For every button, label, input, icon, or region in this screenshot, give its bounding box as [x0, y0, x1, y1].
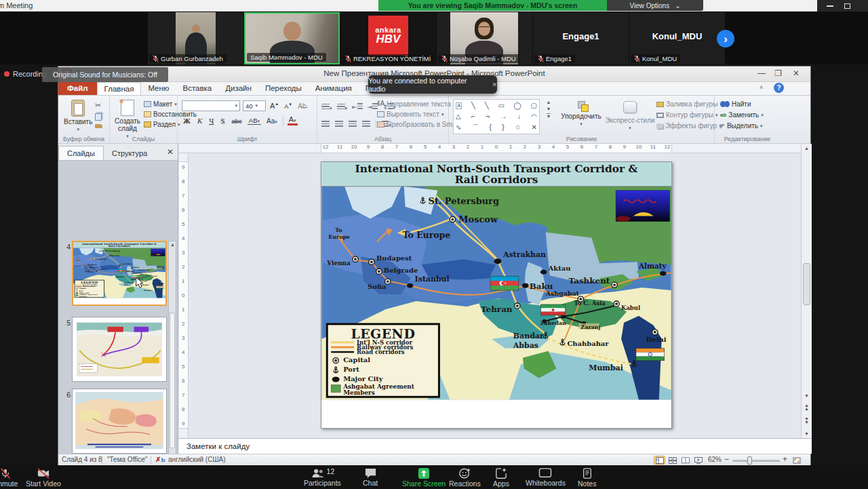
decrease-indent-icon[interactable]: ⇤	[352, 103, 363, 111]
video-tile-rekreasyon[interactable]: ankara HBV REKREASYON YÖNETİMİ	[340, 12, 436, 64]
align-right-icon[interactable]	[349, 121, 357, 127]
character-spacing-button[interactable]: АВ▾	[248, 117, 261, 125]
original-sound-toggle[interactable]: Original Sound for Musicians: Off	[42, 67, 168, 82]
zoom-out-icon[interactable]: −	[724, 454, 729, 464]
restore-icon[interactable]	[844, 3, 850, 9]
slide-canvas[interactable]: St. Petersburg Moscow To Europe To Europ…	[321, 161, 672, 429]
zoom-in-icon[interactable]: +	[783, 454, 787, 464]
increase-indent-icon[interactable]: ⇥	[368, 103, 378, 111]
slide-thumbnail-5[interactable]	[72, 317, 167, 382]
slide-thumbnail-6[interactable]	[72, 389, 167, 454]
video-tile-nusaba[interactable]: Nüşabə Qədimli - MDU	[437, 12, 532, 64]
view-options-button[interactable]: View Options ⌄	[607, 0, 703, 11]
next-slide-button[interactable]: ▼▼	[802, 418, 812, 425]
shapes-more-icon[interactable]: ▼	[547, 113, 551, 119]
shape-effects-button[interactable]: Эффекты фигур▾	[656, 122, 722, 130]
language-indicator[interactable]: английский (США)	[168, 456, 226, 463]
scroll-up-icon[interactable]: ▲	[802, 146, 812, 151]
shapes-gallery[interactable]: A╲╲▭◯▢ △⌐¬→↓◠ ∿⌒{}☆✕	[453, 99, 540, 134]
numbering-icon[interactable]: ▾	[337, 100, 348, 113]
previous-slide-button[interactable]: ▲▲	[802, 404, 812, 411]
ppt-close-button[interactable]: ✕	[793, 69, 800, 77]
next-participants-button[interactable]: ›	[717, 30, 734, 47]
normal-view-button[interactable]	[654, 456, 665, 465]
tab-animations[interactable]: Анимация	[309, 82, 359, 95]
font-color-button[interactable]: А▾	[288, 116, 298, 125]
tab-menu[interactable]: Меню	[141, 82, 176, 95]
zoom-slider[interactable]	[732, 460, 780, 462]
bullets-icon[interactable]: ▾	[321, 100, 332, 113]
cut-icon[interactable]: ✂	[95, 101, 102, 110]
minimize-icon[interactable]	[827, 5, 833, 7]
text-shadow-button[interactable]: S	[219, 117, 226, 125]
panel-tab-slides[interactable]: Слайды	[58, 146, 104, 160]
grow-font-icon[interactable]: A▲	[269, 102, 280, 110]
slide-sorter-view-button[interactable]	[667, 456, 678, 465]
shapes-scroll-up-icon[interactable]: ▲	[547, 100, 551, 104]
reading-view-button[interactable]	[679, 456, 691, 465]
paste-button[interactable]: Вставить ▾	[64, 100, 92, 132]
notes-pane[interactable]: Заметки к слайду	[178, 438, 812, 454]
align-center-icon[interactable]	[335, 121, 343, 127]
font-name-combobox[interactable]: ▾	[182, 100, 240, 111]
panel-scrollbar[interactable]: ▲	[168, 241, 176, 489]
scroll-down-icon[interactable]: ▼	[802, 393, 812, 398]
shrink-font-icon[interactable]: A▼	[283, 102, 294, 110]
find-button[interactable]: Найти	[720, 100, 764, 108]
start-video-button[interactable]: Start Video	[24, 467, 62, 488]
align-left-icon[interactable]	[321, 121, 330, 127]
tab-file[interactable]: Файл	[58, 82, 97, 95]
spellcheck-icon[interactable]: ✗ь	[155, 456, 161, 463]
video-tile-gurban[interactable]: Gurban Gurbanzadeh	[148, 12, 243, 64]
copy-icon[interactable]	[95, 113, 102, 121]
shapes-scroll-down-icon[interactable]: ▼	[547, 106, 551, 111]
panel-tab-outline[interactable]: Структура	[104, 146, 155, 160]
close-icon[interactable]: ✕	[492, 81, 497, 88]
unmute-button[interactable]: Unmute	[0, 467, 22, 488]
apps-button[interactable]: Apps	[493, 467, 509, 488]
justify-icon[interactable]	[362, 121, 370, 127]
change-case-button[interactable]: Aa▾	[265, 117, 279, 125]
slide-thumbnail-4-selected[interactable]	[72, 241, 167, 306]
notes-button[interactable]: Notes	[578, 467, 596, 488]
quick-styles-button[interactable]: Экспресс-стили ▾	[605, 101, 655, 131]
ppt-minimize-button[interactable]: —	[757, 69, 766, 77]
fit-to-window-button[interactable]	[791, 456, 802, 465]
whiteboards-button[interactable]: Whiteboards	[526, 467, 566, 488]
shape-outline-button[interactable]: Контур фигуры▾	[656, 111, 722, 119]
select-button[interactable]: ◤Выделить▾	[720, 122, 764, 130]
tab-design[interactable]: Дизайн	[218, 82, 258, 95]
slideshow-view-button[interactable]	[692, 456, 704, 465]
bold-button[interactable]: Ж	[182, 117, 192, 125]
video-tile-saqib-active-speaker[interactable]: Saqib Məmmədov - MDU	[244, 12, 340, 64]
italic-button[interactable]: К	[196, 117, 203, 125]
replace-button[interactable]: abЗаменить▾	[720, 111, 764, 119]
scrollbar-thumb[interactable]	[803, 263, 810, 305]
zoom-slider-thumb[interactable]	[747, 456, 752, 465]
collapse-ribbon-icon[interactable]: ˄	[760, 84, 763, 91]
underline-button[interactable]: Ч	[208, 117, 215, 125]
tab-home[interactable]: Главная	[97, 82, 142, 95]
font-size-combobox[interactable]: 40▾	[243, 100, 266, 111]
panel-close-icon[interactable]: ✕	[167, 147, 174, 157]
tab-insert[interactable]: Вставка	[176, 82, 218, 95]
scroll-down-icon[interactable]: ▼	[802, 431, 812, 436]
strikethrough-button[interactable]: abc	[230, 117, 243, 125]
shape-fill-button[interactable]: Заливка фигуры▾	[656, 100, 722, 108]
reactions-button[interactable]: Reactions	[449, 467, 481, 488]
theme-name[interactable]: "Тема Office"	[107, 456, 147, 463]
ppt-restore-button[interactable]: ❒	[774, 69, 782, 77]
vertical-scrollbar[interactable]: ▲ ▼ ▲▲ ▼▼ ▼	[801, 144, 812, 438]
new-slide-button[interactable]: ✳ Создать слайд ▾	[112, 100, 143, 139]
video-tile-engage1[interactable]: Engage1 Engage1	[533, 12, 629, 64]
chat-button[interactable]: Chat	[363, 467, 378, 488]
panel-scrollbar-thumb[interactable]	[170, 313, 175, 448]
format-painter-icon[interactable]	[95, 124, 102, 128]
scroll-up-icon[interactable]: ▲	[170, 242, 175, 247]
arrange-button[interactable]: Упорядочить ▾	[559, 101, 604, 127]
video-tile-konul[interactable]: Konul_MDU Konul_MDU	[629, 12, 725, 64]
share-screen-button[interactable]: Share Screen	[402, 467, 446, 488]
participants-button[interactable]: 12 Participants	[304, 467, 341, 488]
tab-transitions[interactable]: Переходы	[258, 82, 309, 95]
help-button[interactable]: ?	[774, 83, 784, 93]
